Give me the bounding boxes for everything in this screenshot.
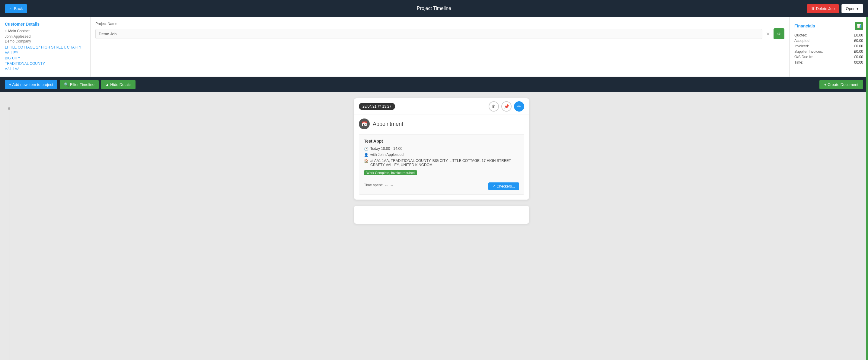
project-input-row: ✕ ⚙ [95,28,784,39]
add-new-item-button[interactable]: + Add new item to project [5,80,57,89]
appointment-type-icon: 📅 [359,119,370,129]
card-body: Test Appt 🕐 Today 10:00 - 14:00 👤 with J… [354,132,529,200]
edit-card-button[interactable]: ✏ [514,101,524,111]
back-button[interactable]: ← Back [5,4,27,13]
fin-value-2: £0.00 [854,44,863,48]
fin-label-3: Supplier Invoices: [794,50,823,54]
appt-address: at AA1 1AA, TRADITIONAL COUNTY, BIG CITY… [370,159,519,167]
gear-icon: ⚙ [777,32,781,36]
with-label: with John Appleseed [370,153,404,157]
time-range: Today 10:00 - 14:00 [370,146,402,151]
financials-section-title: Financials 📊 [794,22,863,30]
customer-name: John Appleseed [5,34,85,39]
right-bar [866,17,868,360]
pin-card-button[interactable]: 📌 [501,101,512,111]
filter-timeline-button[interactable]: 🔍 Filter Timeline [60,80,99,89]
fin-label-5: Time: [794,60,803,65]
chart-icon: 📊 [857,24,862,28]
customer-address[interactable]: LITTLE COTTAGE 17 HIGH STREET, CRAFTY VA… [5,45,85,72]
hide-details-button[interactable]: ▲ Hide Details [101,80,136,89]
time-spent-row: Time spent: -- : -- ✓ Checkers... [364,180,519,190]
clock-icon: 🕐 [364,147,369,151]
address-line3: TRADITIONAL COUNTY [5,61,85,66]
fin-value-3: £0.00 [854,50,863,54]
financials-row-4: O/S Due In: £0.00 [794,55,863,59]
open-button[interactable]: Open ▾ [841,4,863,13]
page-title: Project Timeline [417,6,451,11]
fin-label-1: Accepted: [794,39,810,43]
fin-label-4: O/S Due In: [794,55,813,59]
card-actions: 🗑 📌 ✏ [489,101,524,111]
appt-title: Test Appt [364,139,519,143]
project-name-input[interactable] [95,29,763,39]
timeline-area: 28/04/21 @ 13:27 🗑 📌 ✏ 📅 A [12,98,862,360]
create-document-button[interactable]: + Create Document [819,80,863,89]
customer-panel: Customer Details ⌂ Main Contact John App… [0,17,91,76]
project-panel: Project Name ✕ ⚙ [91,17,789,76]
main-contact-row: ⌂ Main Contact [5,29,85,33]
timeline-line [9,111,9,360]
status-badge: Work Complete, Invoice required [364,170,417,175]
calendar-icon: 📅 [361,121,367,127]
financials-row-3: Supplier Invoices: £0.00 [794,50,863,54]
fin-value-0: £0.00 [854,33,863,37]
with-row: 👤 with John Appleseed [364,153,519,157]
fin-value-1: £0.00 [854,39,863,43]
fin-label-0: Quoted: [794,33,807,37]
clear-icon[interactable]: ✕ [765,30,771,38]
timestamp-badge: 28/04/21 @ 13:27 [359,103,395,110]
fin-value-5: 00:00 [854,60,863,65]
financials-rows: Quoted: £0.00Accepted: £0.00Invoiced: £0… [794,33,863,65]
toolbar: + Add new item to project 🔍 Filter Timel… [0,77,868,92]
time-spent-value: -- : -- [385,183,393,187]
pencil-icon: ✏ [517,104,521,109]
home-icon: ⌂ [5,29,7,33]
timeline-dot [8,107,10,110]
header-right: 🗑 Delete Job Open ▾ [807,4,863,13]
header: ← Back Project Timeline 🗑 Delete Job Ope… [0,0,868,17]
fin-value-4: £0.00 [854,55,863,59]
address-line2: BIG CITY [5,56,85,61]
financials-row-2: Invoiced: £0.00 [794,44,863,48]
address-line1: LITTLE COTTAGE 17 HIGH STREET, CRAFTY VA… [5,45,85,56]
pin-icon: 📌 [504,104,509,109]
main-contact-label: Main Contact [8,29,30,33]
card-header: 28/04/21 @ 13:27 🗑 📌 ✏ [354,98,529,115]
address-line4: AA1 1AA [5,66,85,72]
time-spent-label: Time spent: [364,183,383,187]
project-label: Project Name [95,22,784,26]
financials-row-5: Time: 00:00 [794,60,863,65]
toolbar-left: + Add new item to project 🔍 Filter Timel… [5,80,135,89]
customer-section-title: Customer Details [5,22,85,27]
card-type-row: 📅 Appointment [354,115,529,132]
customer-company: Demo Company [5,39,85,43]
second-card [354,206,529,224]
financials-row-0: Quoted: £0.00 [794,33,863,37]
person-icon: 👤 [364,153,369,157]
financials-chart-button[interactable]: 📊 [855,22,863,30]
time-range-row: 🕐 Today 10:00 - 14:00 [364,146,519,151]
card-inner: Test Appt 🕐 Today 10:00 - 14:00 👤 with J… [359,134,524,195]
address-row: 🏠 at AA1 1AA, TRADITIONAL COUNTY, BIG CI… [364,159,519,167]
checkers-button[interactable]: ✓ Checkers... [488,183,519,190]
appointment-card: 28/04/21 @ 13:27 🗑 📌 ✏ 📅 A [354,98,529,200]
financials-row-1: Accepted: £0.00 [794,39,863,43]
info-panels: Customer Details ⌂ Main Contact John App… [0,17,868,77]
card-type-name: Appointment [373,121,403,127]
main-content: 28/04/21 @ 13:27 🗑 📌 ✏ 📅 A [0,92,868,360]
project-settings-button[interactable]: ⚙ [774,28,784,39]
header-left: ← Back [5,4,27,13]
home-appt-icon: 🏠 [364,159,369,163]
fin-label-2: Invoiced: [794,44,809,48]
timeline-sidebar [6,98,12,360]
financials-panel: Financials 📊 Quoted: £0.00Accepted: £0.0… [789,17,868,76]
trash-icon: 🗑 [492,104,496,109]
delete-job-button[interactable]: 🗑 Delete Job [807,4,839,13]
delete-card-button[interactable]: 🗑 [489,101,499,111]
